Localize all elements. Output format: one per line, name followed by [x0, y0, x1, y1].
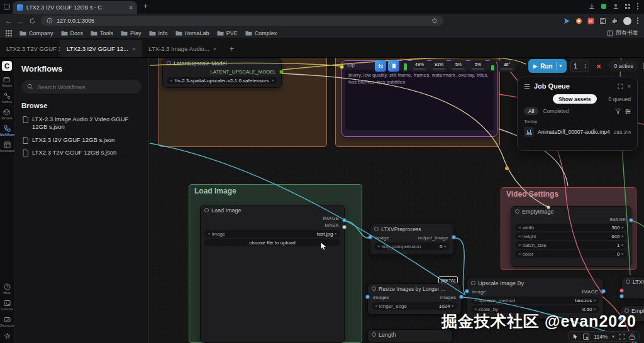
- sidebar-item-workflows[interactable]: Workflows: [0, 125, 15, 136]
- node-header[interactable]: Length: [368, 330, 452, 339]
- longer-edge-widget[interactable]: ◂ longer_edge 1024 ▸: [372, 302, 457, 310]
- node-length[interactable]: Length: [367, 329, 453, 343]
- site-info-icon[interactable]: [47, 18, 53, 24]
- lock-icon[interactable]: [630, 334, 635, 340]
- prev-arrow-icon[interactable]: ◂: [208, 231, 210, 236]
- node-ltxv-preprocess[interactable]: LTXVPreprocess image output_image ◂ img_…: [370, 224, 454, 255]
- node-resize-longer-edge[interactable]: Resize Images by Longer ... images image…: [367, 283, 462, 315]
- node-empty-image[interactable]: EmptyImage IMAGE ◂ width 360 ▸ ◂ height …: [511, 206, 631, 267]
- height-widget[interactable]: ◂ height 640 ▸: [515, 232, 627, 240]
- node-header[interactable]: Resize Images by Longer ...: [368, 284, 461, 293]
- bookmark-item[interactable]: Play: [121, 30, 142, 36]
- sidebar-item-templates[interactable]: Templates: [0, 141, 15, 153]
- next-arrow-icon[interactable]: ▸: [621, 225, 624, 230]
- comfyui-logo[interactable]: C: [2, 61, 12, 71]
- prev-arrow-icon[interactable]: ◂: [474, 298, 477, 303]
- close-icon[interactable]: ×: [627, 83, 631, 90]
- width-widget[interactable]: ◂ width 360 ▸: [515, 224, 627, 231]
- prev-arrow-icon[interactable]: ◂: [518, 251, 521, 256]
- bookmark-star-icon[interactable]: [431, 18, 438, 24]
- extensions-puzzle-icon[interactable]: [611, 18, 618, 24]
- extension-m-icon[interactable]: M: [587, 18, 594, 24]
- expand-icon[interactable]: [618, 84, 623, 89]
- prev-arrow-icon[interactable]: ◂: [518, 225, 521, 230]
- node-header[interactable]: LatentUpscale Model: [163, 58, 281, 68]
- bookmark-item[interactable]: Complex: [245, 30, 277, 36]
- cast-icon[interactable]: [601, 3, 607, 9]
- next-arrow-icon[interactable]: ▸: [621, 242, 624, 248]
- collapse-dot-icon[interactable]: [167, 61, 171, 65]
- image-output-dot[interactable]: [342, 218, 347, 222]
- node-header[interactable]: Load Image: [201, 205, 344, 215]
- sidebar-item-models[interactable]: Models: [1, 109, 13, 120]
- image-input-dot[interactable]: [368, 235, 372, 239]
- new-tab-button[interactable]: +: [143, 2, 148, 11]
- next-arrow-icon[interactable]: ▸: [272, 78, 274, 83]
- queue-item[interactable]: AnimateDiff_00007-audio.mp4 288.3%: [524, 127, 631, 137]
- share-icon[interactable]: [564, 18, 570, 24]
- collapse-dot-icon[interactable]: [204, 208, 209, 212]
- workflow-search-box[interactable]: [21, 80, 142, 94]
- browser-tab[interactable]: LTX2.3 I2V GGUF 12GB s - C ×: [13, 1, 137, 14]
- sidebar-item-console[interactable]: Console: [1, 300, 13, 311]
- workflow-tab-1[interactable]: LTX2.3 T2V GGUF 1...: [0, 40, 60, 57]
- bookmark-item[interactable]: HomaLab: [175, 30, 209, 36]
- zoom-chevron-icon[interactable]: ▾: [612, 334, 614, 339]
- kebab-menu-icon[interactable]: [636, 17, 639, 24]
- filter-funnel-icon[interactable]: [615, 109, 621, 114]
- node-header[interactable]: Upscale Image By: [467, 278, 603, 288]
- monitor-bookmark-icon[interactable]: [388, 60, 399, 72]
- window-menu-icon[interactable]: [636, 3, 639, 10]
- tab-close-icon[interactable]: ×: [132, 46, 135, 52]
- color-widget[interactable]: ◂ color 0 ▸: [515, 250, 627, 258]
- profile-icon[interactable]: [613, 3, 619, 9]
- monitor-swap-icon[interactable]: [375, 60, 386, 72]
- collapse-dot-icon[interactable]: [372, 332, 376, 337]
- images-output-dot[interactable]: [459, 295, 464, 299]
- prev-arrow-icon[interactable]: ◂: [377, 244, 380, 249]
- prev-arrow-icon[interactable]: ◂: [518, 242, 521, 248]
- pointer-icon[interactable]: [573, 334, 579, 340]
- minimap-icon[interactable]: [583, 334, 589, 340]
- bookmark-item[interactable]: PVE: [217, 30, 238, 36]
- cancel-run-button[interactable]: ×: [593, 60, 604, 72]
- clip-input-dot[interactable]: [340, 65, 344, 69]
- prev-arrow-icon[interactable]: ◂: [170, 78, 172, 83]
- image-input-dot[interactable]: [465, 289, 469, 293]
- all-bookmarks-button[interactable]: 所有书签: [607, 29, 638, 37]
- node-header[interactable]: LTXVPreprocess: [370, 224, 453, 234]
- reading-list-icon[interactable]: [599, 18, 606, 24]
- bookmark-item[interactable]: Info: [149, 30, 168, 36]
- back-icon[interactable]: ←: [5, 17, 12, 24]
- img-compression-widget[interactable]: ◂ img_compression 0 ▸: [374, 242, 450, 250]
- batch-count-stepper[interactable]: 1 ▴▾: [570, 60, 589, 72]
- tab-close-icon[interactable]: ×: [213, 46, 216, 52]
- node-latent-upscale-model[interactable]: LatentUpscale Model LATENT_UPSCALE_MODEL…: [162, 58, 282, 88]
- batch-size-widget[interactable]: ◂ batch_size 1 ▸: [515, 241, 627, 249]
- image-output-dot[interactable]: [629, 218, 633, 222]
- workflow-tab-3[interactable]: LTX-2.3 Image Audio... ×: [142, 40, 223, 57]
- new-workflow-tab-button[interactable]: +: [223, 40, 240, 57]
- workflow-list-item[interactable]: LTX2.3 T2V GGUF 12GB s.json: [21, 146, 142, 159]
- image-output-dot[interactable]: [452, 235, 456, 239]
- grid-icon[interactable]: [625, 3, 631, 9]
- sidebar-item-assets[interactable]: Assets: [2, 76, 13, 87]
- node-load-image[interactable]: Load Image IMAGE MASK ◂ image test.jpg ▸…: [200, 205, 345, 343]
- mask-output-dot[interactable]: [342, 225, 347, 229]
- prompt-text-widget[interactable]: blurry, low quality, still frame, frames…: [345, 70, 494, 130]
- sidebar-item-nodes[interactable]: Nodes: [2, 92, 12, 104]
- node-ltxv-partial[interactable]: LTXV: [621, 276, 644, 299]
- bookmark-item[interactable]: Company: [19, 30, 53, 36]
- download-icon[interactable]: [589, 3, 595, 9]
- sort-sliders-icon[interactable]: [625, 109, 631, 114]
- sidebar-item-help[interactable]: ? Help: [3, 283, 10, 295]
- next-arrow-icon[interactable]: ▸: [594, 298, 596, 303]
- prev-arrow-icon[interactable]: ◂: [375, 303, 377, 308]
- sidebar-item-settings[interactable]: [4, 332, 11, 339]
- images-input-dot[interactable]: [365, 295, 370, 299]
- address-bar[interactable]: 127.0.0.1:3005: [41, 16, 443, 26]
- menu-icon[interactable]: [524, 84, 530, 89]
- collapse-dot-icon[interactable]: [372, 286, 376, 291]
- apps-grid-icon[interactable]: [6, 30, 12, 36]
- tab-search-icon[interactable]: [4, 4, 10, 10]
